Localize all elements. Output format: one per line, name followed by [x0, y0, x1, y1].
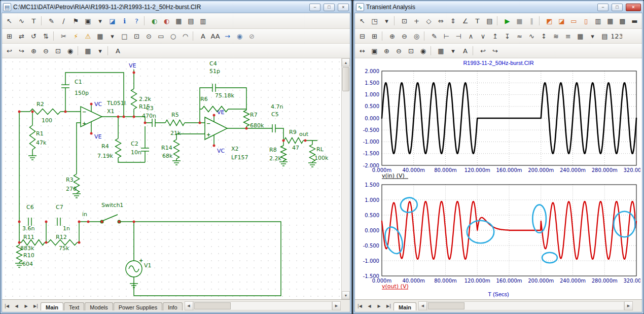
fit-page-button[interactable]: ▣: [369, 45, 380, 56]
pause-button[interactable]: ‖: [526, 15, 538, 26]
picture-tool[interactable]: ▣: [82, 15, 94, 26]
zoom-in-button[interactable]: ⊕: [386, 30, 398, 42]
split-plot-button[interactable]: ⊞: [369, 30, 380, 42]
width-button[interactable]: ▬: [629, 15, 640, 26]
run-button[interactable]: ▶: [502, 15, 513, 26]
find-part-button[interactable]: AA: [209, 30, 221, 42]
stop-button[interactable]: ■: [514, 15, 525, 26]
peak-button[interactable]: ∧: [465, 30, 477, 42]
point-tag-button[interactable]: ◇: [423, 15, 435, 26]
zoom-area-button[interactable]: ⊡: [405, 45, 417, 56]
stack-button[interactable]: ≡: [562, 30, 574, 42]
grid-dropdown-button[interactable]: ▦: [575, 30, 586, 42]
component-dropdown-arrow[interactable]: ▾: [94, 15, 106, 26]
scrollbar-track[interactable]: [342, 66, 350, 291]
wire-tool[interactable]: ∿: [16, 15, 27, 26]
step-box-button[interactable]: ⊞: [4, 30, 15, 42]
numeric-output-button[interactable]: 123: [611, 30, 623, 42]
last-page-button[interactable]: ▶|: [384, 301, 393, 311]
high-button[interactable]: ↥: [489, 30, 501, 42]
first-page-button[interactable]: |◀: [355, 301, 365, 311]
inflection-button[interactable]: ≈: [514, 30, 525, 42]
circle-shape-button[interactable]: ○: [167, 30, 179, 42]
page-back-button[interactable]: ↩: [4, 45, 15, 56]
schematic-canvas[interactable]: VEC1150pR2100VCTL051IX12.2kR15C3470nR521…: [2, 58, 341, 299]
edit-button[interactable]: ✎: [428, 30, 440, 42]
pan-button[interactable]: ↔: [356, 45, 368, 56]
align-cursor-right-button[interactable]: ⊣: [453, 30, 464, 42]
last-page-button[interactable]: ▶|: [31, 301, 41, 311]
flag-tool[interactable]: ⚑: [70, 15, 82, 26]
page-layout-button[interactable]: ▤: [185, 15, 197, 26]
overlay-button[interactable]: ◪: [556, 15, 567, 26]
font-button[interactable]: A: [459, 45, 471, 56]
slope-tag-button[interactable]: ∠: [459, 15, 471, 26]
cut-wire-button[interactable]: ✂: [58, 30, 69, 42]
text-tool[interactable]: T: [28, 15, 40, 26]
scroll-left-arrow[interactable]: ◀: [185, 301, 193, 310]
line-tool[interactable]: ∕: [58, 15, 69, 26]
zoom-in-button[interactable]: ⊕: [28, 45, 40, 56]
scroll-left-arrow[interactable]: ◀: [418, 301, 427, 310]
tracker-button[interactable]: ▩: [617, 15, 628, 26]
next-page-button[interactable]: ▶: [21, 301, 31, 311]
grid-dropdown-arrow[interactable]: ▾: [106, 30, 118, 42]
camera-button[interactable]: ◉: [417, 45, 429, 56]
transient-plot-vin[interactable]: 2.0001.5001.0000.5000.000-0.500-1.000-1.…: [356, 67, 640, 180]
envelope-button[interactable]: ≋: [550, 30, 562, 42]
scrollbar-thumb[interactable]: [194, 302, 231, 309]
flip-vertical-button[interactable]: ⇅: [40, 30, 52, 42]
close-button[interactable]: ×: [626, 4, 641, 11]
tab-main[interactable]: Main: [393, 302, 416, 310]
navigate-button[interactable]: →: [222, 30, 233, 42]
zoom-out-button[interactable]: ⊖: [393, 45, 405, 56]
maximize-button[interactable]: □: [612, 4, 623, 11]
transient-plot-vout[interactable]: 1.5001.0000.5000.000-0.500-1.000-1.5000.…: [356, 181, 640, 290]
grid-dropdown-button[interactable]: ▦: [94, 30, 106, 42]
bolt-button[interactable]: ⚡: [70, 30, 82, 42]
grid-display-button[interactable]: ▦: [435, 45, 447, 56]
scrollbar-thumb[interactable]: [342, 67, 349, 91]
thumbnail-button[interactable]: ▥: [592, 15, 604, 26]
select-tool[interactable]: ↖: [356, 15, 368, 26]
scrollbar-thumb[interactable]: [428, 302, 464, 309]
low-button[interactable]: ↧: [502, 30, 513, 42]
find-button[interactable]: ⊙: [143, 30, 155, 42]
x-range-button[interactable]: ▭: [568, 15, 580, 26]
cycle-button[interactable]: ∿: [526, 30, 538, 42]
cursor-table-button[interactable]: ▤: [599, 30, 611, 42]
warning-button[interactable]: ⚠: [82, 30, 94, 42]
tab-text[interactable]: Text: [64, 302, 84, 310]
enable-region-button[interactable]: ◐: [149, 15, 160, 26]
titlebar[interactable]: ∿ Transient Analysis − □ ×: [354, 2, 642, 13]
vertical-tag-button[interactable]: ⇕: [447, 15, 459, 26]
paint-tool[interactable]: ◪: [106, 15, 118, 26]
page-back-button[interactable]: ↩: [477, 45, 489, 56]
stop-circle-button[interactable]: ⊘: [246, 30, 258, 42]
autoscale-button[interactable]: ◎: [411, 30, 422, 42]
scroll-right-arrow[interactable]: ▶: [332, 301, 341, 310]
grid-display-arrow[interactable]: ▾: [447, 45, 459, 56]
properties-button[interactable]: ▤: [484, 15, 495, 26]
accumulate-button[interactable]: ◩: [544, 15, 555, 26]
scroll-right-arrow[interactable]: ▶: [624, 301, 633, 310]
page-forward-button[interactable]: ↪: [16, 45, 27, 56]
vertical-scrollbar[interactable]: ▲ ▼: [341, 58, 350, 299]
pencil-tool[interactable]: ✎: [46, 15, 57, 26]
y-range-button[interactable]: ▯: [580, 15, 592, 26]
page-forward-button[interactable]: ↪: [489, 45, 501, 56]
prev-page-button[interactable]: ◀: [365, 301, 374, 311]
align-cursor-left-button[interactable]: ⊢: [441, 30, 452, 42]
rotate-button[interactable]: ↺: [28, 30, 40, 42]
tab-main[interactable]: Main: [41, 302, 63, 310]
scrollbar-track[interactable]: [193, 301, 332, 310]
graph-dropdown-arrow[interactable]: ▾: [381, 15, 392, 26]
one-plot-button[interactable]: ⊟: [356, 30, 368, 42]
properties-button[interactable]: ▥: [197, 15, 209, 26]
new-sheet-button[interactable]: □: [119, 30, 130, 42]
tab-info[interactable]: Info: [163, 302, 182, 310]
info-button[interactable]: ℹ: [119, 15, 130, 26]
next-page-button[interactable]: ▶: [374, 301, 384, 311]
scrollbar-track[interactable]: [427, 301, 624, 310]
scroll-down-arrow[interactable]: ▼: [342, 291, 350, 299]
